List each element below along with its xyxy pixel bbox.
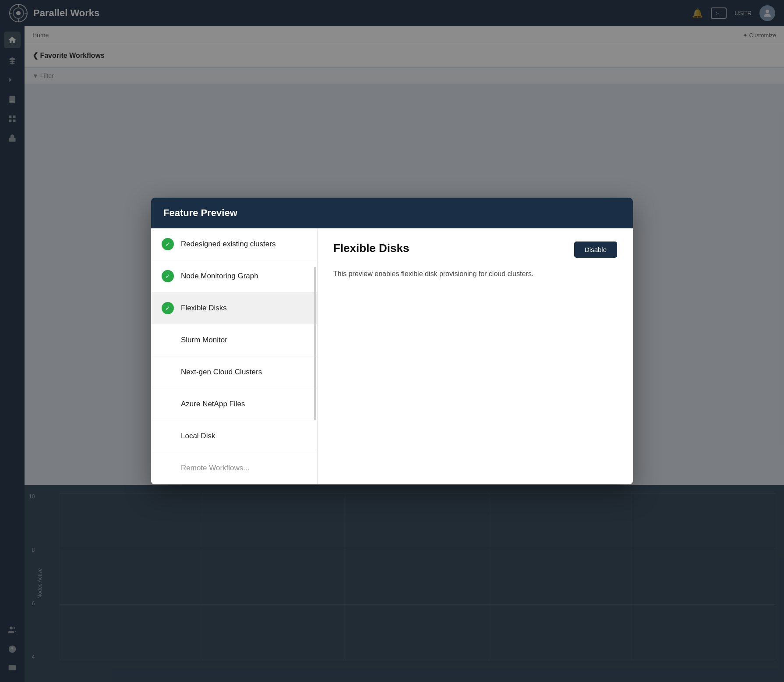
sidebar-scrollbar[interactable]: [314, 267, 316, 420]
disabled-icon-azure-netapp: [162, 398, 174, 410]
feature-label-nextgen-cloud: Next-gen Cloud Clusters: [181, 368, 262, 377]
feature-label-local-disk: Local Disk: [181, 432, 215, 440]
content-header: Flexible Disks Disable: [333, 242, 617, 258]
content-title: Flexible Disks: [333, 242, 409, 255]
feature-label-azure-netapp: Azure NetApp Files: [181, 400, 245, 408]
content-description: This preview enables flexible disk provi…: [333, 268, 617, 280]
feature-item-redesigned-clusters[interactable]: ✓ Redesigned existing clusters: [151, 228, 317, 260]
feature-label-remote-workflows: Remote Workflows...: [181, 464, 250, 472]
enabled-icon-node-monitoring: ✓: [162, 270, 174, 282]
feature-item-azure-netapp[interactable]: Azure NetApp Files: [151, 388, 317, 420]
modal-title: Feature Preview: [163, 207, 237, 218]
feature-item-node-monitoring[interactable]: ✓ Node Monitoring Graph: [151, 260, 317, 292]
feature-item-nextgen-cloud[interactable]: Next-gen Cloud Clusters: [151, 356, 317, 388]
disabled-icon-slurm-monitor: [162, 334, 174, 346]
feature-label-node-monitoring: Node Monitoring Graph: [181, 272, 258, 281]
feature-label-slurm-monitor: Slurm Monitor: [181, 336, 227, 345]
modal-overlay: Feature Preview ✓ Redesigned existing cl…: [0, 0, 784, 682]
disabled-icon-nextgen-cloud: [162, 366, 174, 378]
disable-button[interactable]: Disable: [574, 242, 617, 258]
feature-item-local-disk[interactable]: Local Disk: [151, 420, 317, 452]
feature-label-redesigned-clusters: Redesigned existing clusters: [181, 240, 275, 249]
enabled-icon-flexible-disks: ✓: [162, 302, 174, 314]
modal-header: Feature Preview: [151, 198, 633, 228]
modal-content: Flexible Disks Disable This preview enab…: [318, 228, 633, 484]
feature-list: ✓ Redesigned existing clusters ✓ Node Mo…: [151, 228, 318, 484]
enabled-icon-redesigned-clusters: ✓: [162, 238, 174, 250]
disabled-icon-remote-workflows: [162, 462, 174, 474]
feature-preview-modal: Feature Preview ✓ Redesigned existing cl…: [151, 198, 633, 484]
feature-item-flexible-disks[interactable]: ✓ Flexible Disks: [151, 292, 317, 324]
feature-item-remote-workflows[interactable]: Remote Workflows...: [151, 452, 317, 484]
disabled-icon-local-disk: [162, 430, 174, 442]
feature-item-slurm-monitor[interactable]: Slurm Monitor: [151, 324, 317, 356]
modal-body: ✓ Redesigned existing clusters ✓ Node Mo…: [151, 228, 633, 484]
feature-label-flexible-disks: Flexible Disks: [181, 304, 227, 313]
